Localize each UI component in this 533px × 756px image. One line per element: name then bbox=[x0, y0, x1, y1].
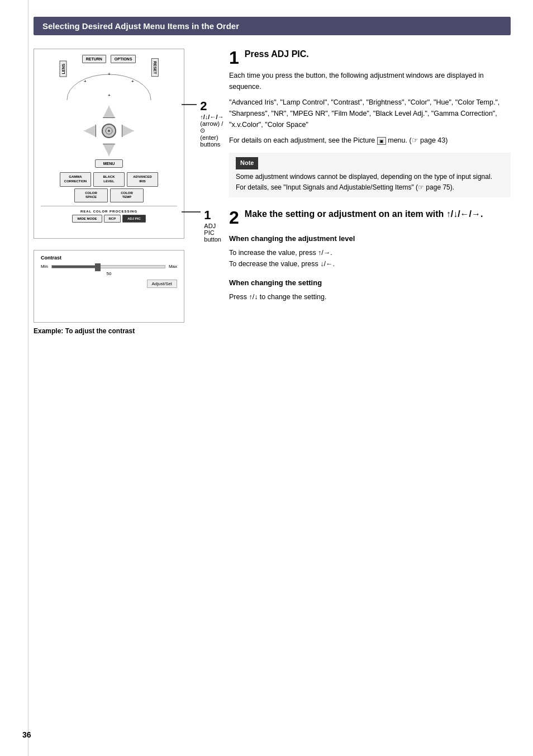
step-2-title: Make the setting or adjustment on an ite… bbox=[245, 209, 483, 220]
callout-1: 1 ADJ PIC button bbox=[182, 208, 225, 243]
slider-track[interactable] bbox=[51, 265, 165, 268]
adj-pic-button[interactable]: ADJ PIC bbox=[122, 215, 146, 223]
adjust-set-button[interactable]: Adjust/Set bbox=[147, 280, 177, 288]
callout-2-line1: (arrow) / ⊙ bbox=[200, 120, 227, 134]
picture-icon: ▣ bbox=[377, 137, 386, 145]
page-border bbox=[28, 0, 28, 756]
step-1-body: Each time you press the button, the foll… bbox=[229, 70, 511, 146]
lens-reset-area: LENS RESET + + + + bbox=[34, 69, 184, 102]
step-1-title: Press ADJ PIC. bbox=[245, 49, 309, 60]
substep-2-title: When changing the setting bbox=[229, 277, 511, 289]
button-row-1: GAMMACORRECTION BLACKLEVEL ADVANCEDIRIS bbox=[34, 172, 184, 187]
color-temp-button[interactable]: COLORTEMP bbox=[110, 188, 144, 203]
substep-1-body2: To decrease the value, press ↓/←. bbox=[229, 258, 511, 270]
menu-btn-area: MENU bbox=[34, 159, 184, 168]
remote-inner: RETURN OPTIONS LENS RESET + bbox=[34, 49, 184, 238]
example-caption-bold: Example: bbox=[34, 327, 63, 335]
svg-text:+: + bbox=[108, 93, 111, 98]
callout-1-line1: ADJ PIC bbox=[204, 223, 224, 236]
left-column: RETURN OPTIONS LENS RESET + bbox=[34, 49, 212, 335]
step-1-header: 1 Press ADJ PIC. bbox=[229, 49, 511, 67]
lens-label: LENS bbox=[60, 61, 67, 77]
slider-fill bbox=[52, 266, 97, 268]
step-1-block: 1 Press ADJ PIC. Each time you press the… bbox=[229, 49, 511, 197]
dpad-container bbox=[34, 106, 184, 156]
svg-text:+: + bbox=[84, 79, 87, 84]
step-2-body: When changing the adjustment level To in… bbox=[229, 233, 511, 303]
step-2-block: 2 Make the setting or adjustment on an i… bbox=[229, 209, 511, 303]
advanced-iris-button[interactable]: ADVANCEDIRIS bbox=[127, 172, 158, 187]
substep-2-body: Press ↑/↓ to change the setting. bbox=[229, 291, 511, 303]
arc-container: LENS RESET + + + + bbox=[53, 69, 165, 102]
slider-min: Min bbox=[41, 264, 48, 269]
contrast-label: Contrast bbox=[41, 255, 177, 261]
step-1-para2: "Advanced Iris", "Lamp Control", "Contra… bbox=[229, 97, 511, 130]
step-1-para3: For details on each adjustment, see the … bbox=[229, 135, 511, 146]
right-column: 1 Press ADJ PIC. Each time you press the… bbox=[229, 49, 511, 335]
remote-wrapper: RETURN OPTIONS LENS RESET + bbox=[34, 49, 212, 239]
dpad bbox=[84, 106, 134, 156]
step-1-number: 1 bbox=[229, 49, 239, 67]
rcp-button[interactable]: RCP bbox=[104, 215, 121, 223]
callout-2-line2: (enter) buttons bbox=[200, 134, 227, 148]
rcp-button-row: WIDE MODE RCP ADJ PIC bbox=[46, 215, 172, 223]
step-2-header: 2 Make the setting or adjustment on an i… bbox=[229, 209, 511, 226]
rcp-label: REAL COLOR PROCESSING bbox=[46, 210, 172, 213]
arc-svg: + + + + bbox=[53, 69, 165, 100]
callout-2-number: 2 bbox=[200, 99, 207, 113]
substep-1-title: When changing the adjustment level bbox=[229, 233, 511, 245]
svg-text:+: + bbox=[108, 72, 111, 77]
wide-mode-button[interactable]: WIDE MODE bbox=[72, 215, 102, 223]
slider-max: Max bbox=[169, 264, 177, 269]
callout-2: 2 ↑/↓/←/→ (arrow) / ⊙ (enter) buttons bbox=[182, 99, 227, 148]
example-caption: Example: To adjust the contrast bbox=[34, 327, 212, 335]
menu-button[interactable]: MENU bbox=[95, 159, 123, 168]
dpad-down[interactable] bbox=[103, 144, 115, 156]
step-1-para3-text2: menu. (☞ page 43) bbox=[388, 136, 448, 144]
top-buttons-row: RETURN OPTIONS bbox=[34, 49, 184, 67]
options-button[interactable]: OPTIONS bbox=[111, 55, 136, 63]
callout-1-line bbox=[182, 208, 201, 216]
black-level-button[interactable]: BLACKLEVEL bbox=[93, 172, 125, 187]
note-title: Note bbox=[236, 157, 258, 169]
callout-1-number: 1 bbox=[204, 208, 211, 222]
slider-value-center: 50 bbox=[107, 271, 112, 276]
dpad-left[interactable] bbox=[84, 125, 96, 137]
dpad-up[interactable] bbox=[103, 106, 115, 118]
dpad-right[interactable] bbox=[122, 125, 134, 137]
rcp-section: REAL COLOR PROCESSING WIDE MODE RCP ADJ … bbox=[41, 206, 177, 225]
remote-diagram: RETURN OPTIONS LENS RESET + bbox=[34, 49, 184, 239]
step-1-para3-text1: For details on each adjustment, see the … bbox=[229, 136, 375, 144]
note-text: Some adjustment windows cannot be displa… bbox=[236, 172, 504, 193]
dpad-center[interactable] bbox=[102, 124, 116, 138]
step-2-number: 2 bbox=[229, 209, 239, 226]
content-layout: RETURN OPTIONS LENS RESET + bbox=[34, 49, 511, 335]
svg-text:+: + bbox=[131, 79, 134, 84]
slider-row: Min Max bbox=[41, 264, 177, 269]
color-space-button[interactable]: COLORSPACE bbox=[74, 188, 108, 203]
note-box: Note Some adjustment windows cannot be d… bbox=[229, 153, 511, 197]
section-header: Selecting Desired Adjust Menu Items in t… bbox=[34, 17, 511, 35]
example-inner: Contrast Min Max 50 bbox=[34, 251, 184, 292]
example-diagram: Contrast Min Max 50 bbox=[34, 250, 184, 323]
slider-thumb bbox=[95, 263, 101, 271]
page-number: 36 bbox=[22, 730, 31, 739]
adjust-btn-row: Adjust/Set bbox=[41, 280, 177, 288]
button-row-2: COLORSPACE COLORTEMP bbox=[34, 188, 184, 203]
callout-2-line bbox=[182, 99, 197, 110]
step-1-para1: Each time you press the button, the foll… bbox=[229, 70, 511, 92]
enter-icon bbox=[104, 126, 113, 135]
substep-1-body1: To increase the value, press ↑/→. bbox=[229, 247, 511, 258]
callout-1-line2: button bbox=[204, 236, 224, 243]
header-title: Selecting Desired Adjust Menu Items in t… bbox=[42, 21, 239, 31]
svg-point-6 bbox=[108, 130, 110, 132]
gamma-correction-button[interactable]: GAMMACORRECTION bbox=[60, 172, 91, 187]
return-button[interactable]: RETURN bbox=[82, 55, 106, 63]
slider-value-row: 50 bbox=[41, 271, 177, 276]
example-caption-text: To adjust the contrast bbox=[65, 327, 135, 335]
example-section: Contrast Min Max 50 bbox=[34, 250, 212, 335]
reset-label: RESET bbox=[151, 58, 159, 77]
callout-2-arrows: ↑/↓/←/→ bbox=[200, 114, 227, 120]
page-container: Selecting Desired Adjust Menu Items in t… bbox=[0, 0, 533, 756]
